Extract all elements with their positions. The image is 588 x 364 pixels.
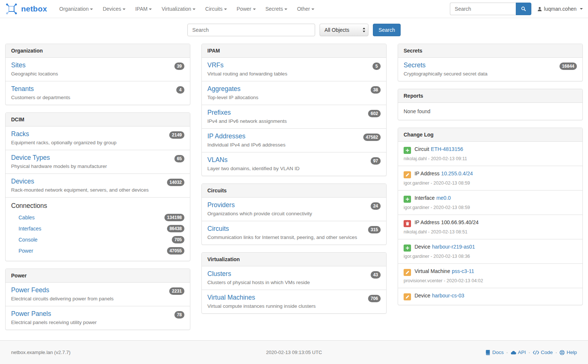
menu-circuits[interactable]: Circuits (200, 0, 232, 17)
separator: · (506, 350, 508, 355)
page-footer: netbox.example.lan (v2.7.7) 2020-02-13 0… (0, 340, 588, 364)
navbar-search-input[interactable] (450, 3, 516, 15)
main-menu: Organization Devices IPAM Virtualization… (54, 0, 319, 17)
changelog-object-link[interactable]: ETH-4813156 (431, 146, 463, 152)
username: luqman.cohen (544, 6, 577, 12)
menu-organization[interactable]: Organization (54, 0, 98, 17)
virtual-machines-link[interactable]: Virtual Machines (207, 294, 255, 301)
changelog-object-link[interactable]: harbour-r219-as01 (432, 244, 475, 250)
list-item-power-feeds: 2231 Power Feeds Electrical circuits del… (6, 283, 190, 306)
count-badge: 24 (371, 202, 381, 210)
power-panels-link[interactable]: Power Panels (11, 310, 51, 317)
tenants-link[interactable]: Tenants (11, 85, 34, 92)
changelog-meta: nikolaj.dahl - 2020-02-13 09:11 (404, 156, 577, 161)
count-badge: 5 (372, 63, 381, 70)
power-connections-link[interactable]: Power (19, 248, 33, 254)
search-scope-select[interactable]: All Objects (320, 24, 368, 36)
item-description: Equipment racks, optionally organized by… (11, 140, 184, 145)
global-search-bar: All Objects Search (0, 18, 588, 43)
code-icon (533, 350, 539, 355)
reports-empty-text: None found (398, 103, 582, 120)
changelog-object-link[interactable]: 10.255.0.4/24 (441, 171, 473, 176)
chevron-down-icon (253, 9, 256, 10)
global-search-input[interactable] (187, 24, 315, 36)
item-description: Physical hardware models by manufacturer (11, 164, 184, 169)
racks-link[interactable]: Racks (11, 130, 29, 138)
circuits-link[interactable]: Circuits (207, 225, 229, 232)
count-badge: 14032 (167, 179, 184, 186)
footer-host: netbox.example.lan (v2.7.7) (11, 350, 70, 355)
list-item-tenants: 4 Tenants Customers or departments (6, 81, 190, 105)
api-link[interactable]: API (511, 350, 526, 355)
changelog-object-link[interactable]: pss-c3-11 (452, 268, 474, 274)
clusters-link[interactable]: Clusters (207, 270, 231, 277)
menu-other[interactable]: Other (292, 0, 319, 17)
aggregates-link[interactable]: Aggregates (207, 85, 241, 92)
ip-addresses-link[interactable]: IP Addresses (207, 132, 245, 140)
panel-title: IPAM (202, 44, 386, 58)
global-search-button[interactable]: Search (373, 24, 400, 36)
menu-secrets[interactable]: Secrets (261, 0, 292, 17)
item-description: Layer two domains, identified by VLAN ID (207, 166, 381, 171)
menu-power[interactable]: Power (232, 0, 261, 17)
devices-link[interactable]: Devices (11, 178, 34, 185)
changelog-entry: Virtual Machine pss-c3-11 provisioner.vc… (398, 264, 582, 288)
cloud-icon (511, 350, 516, 355)
power-feeds-link[interactable]: Power Feeds (11, 286, 49, 294)
changelog-meta: provisioner.vcenter - 2020-02-13 04:02 (404, 278, 577, 283)
changelog-entry: Circuit ETH-4813156 nikolaj.dahl - 2020-… (398, 142, 582, 166)
changelog-object-link[interactable]: harbour-cs-03 (432, 293, 464, 299)
count-badge: 2149 (169, 131, 184, 139)
user-menu[interactable]: luqman.cohen (537, 6, 583, 12)
netbox-brand[interactable]: netbox (5, 3, 47, 15)
help-link[interactable]: Help (559, 350, 577, 355)
changelog-object-name: 100.66.95.40/24 (441, 219, 478, 225)
changelog-object-type: Virtual Machine (414, 268, 450, 274)
changelog-meta: igor.gardiner - 2020-02-13 08:59 (404, 181, 577, 186)
docs-link[interactable]: Docs (485, 350, 504, 355)
menu-devices[interactable]: Devices (98, 0, 130, 17)
item-description: Communication links for Internet transit… (207, 235, 381, 240)
code-link[interactable]: Code (533, 350, 553, 355)
panel-title: Secrets (398, 44, 582, 58)
providers-link[interactable]: Providers (207, 201, 235, 209)
vlans-link[interactable]: VLANs (207, 156, 227, 164)
navbar-search-button[interactable] (516, 3, 531, 15)
vrfs-link[interactable]: VRFs (207, 61, 224, 69)
menu-virtualization[interactable]: Virtualization (157, 0, 200, 17)
menu-ipam[interactable]: IPAM (130, 0, 157, 17)
list-item-prefixes: 602 Prefixes IPv4 and IPv6 network assig… (202, 105, 386, 129)
count-badge: 16844 (559, 63, 577, 70)
prefixes-link[interactable]: Prefixes (207, 109, 231, 116)
item-description: Clusters of physical hosts in which VMs … (207, 280, 381, 285)
count-badge: 47055 (167, 247, 184, 255)
list-item-vrfs: 5 VRFs Virtual routing and forwarding ta… (202, 58, 386, 81)
secrets-link[interactable]: Secrets (404, 61, 425, 69)
chevron-down-icon (284, 9, 287, 10)
list-item-vlans: 97 VLANs Layer two domains, identified b… (202, 152, 386, 176)
changelog-entry: IP Address 10.255.0.4/24 igor.gardiner -… (398, 166, 582, 191)
delete-icon (404, 220, 411, 227)
console-link[interactable]: Console (19, 237, 37, 243)
navbar-search-group (450, 3, 531, 15)
netbox-logo-icon (5, 3, 19, 15)
panel-title: Reports (398, 89, 582, 103)
sites-link[interactable]: Sites (11, 61, 26, 69)
changelog-meta: igor.gardiner - 2020-02-13 08:59 (404, 205, 577, 210)
cables-link[interactable]: Cables (19, 215, 35, 220)
column-right: Secrets 16844 Secrets Cryptographically … (398, 44, 583, 313)
interfaces-link[interactable]: Interfaces (19, 226, 41, 232)
chevron-down-icon (90, 9, 93, 10)
list-item-power-panels: 78 Power Panels Electrical panels receiv… (6, 306, 190, 330)
count-badge: 97 (371, 157, 381, 165)
device-types-link[interactable]: Device Types (11, 154, 50, 161)
panel-title: DCIM (6, 113, 190, 127)
changelog-meta: igor.gardiner - 2020-02-13 08:36 (404, 254, 577, 259)
changelog-object-link[interactable]: me0.0 (436, 195, 451, 201)
list-item-devices: 14032 Devices Rack-mounted network equip… (6, 174, 190, 198)
chevron-down-icon (311, 9, 314, 10)
item-description: Virtual compute instances running inside… (207, 303, 381, 309)
chevron-down-icon (123, 9, 126, 10)
count-badge: 705 (172, 236, 184, 243)
dcim-panel: DCIM 2149 Racks Equipment racks, optiona… (5, 112, 190, 261)
